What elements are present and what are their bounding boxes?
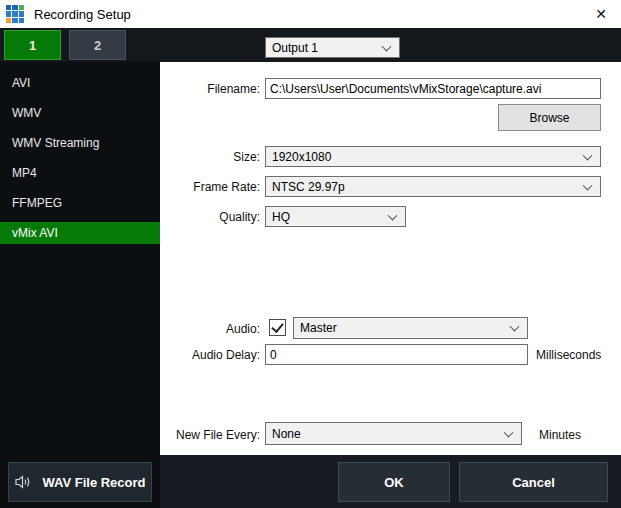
audio-label: Audio:	[160, 322, 260, 336]
minutes-label: Minutes	[539, 428, 581, 442]
sidebar-item-mp4[interactable]: MP4	[0, 162, 160, 184]
sidebar-item-vmix-avi[interactable]: vMix AVI	[0, 222, 160, 244]
chevron-down-icon	[382, 41, 392, 51]
chevron-down-icon	[583, 150, 593, 160]
audio-checkbox[interactable]	[269, 319, 286, 336]
sidebar-item-avi[interactable]: AVI	[0, 72, 160, 94]
ok-button[interactable]: OK	[338, 462, 450, 502]
frame-rate-select-value: NTSC 29.97p	[272, 180, 345, 194]
milliseconds-label: Milliseconds	[536, 348, 601, 362]
filename-label: Filename:	[160, 82, 260, 96]
chevron-down-icon	[388, 210, 398, 220]
output-select-value: Output 1	[272, 41, 318, 55]
speaker-volume-icon	[14, 474, 32, 490]
sidebar-item-wmv-streaming[interactable]: WMV Streaming	[0, 132, 160, 154]
chevron-down-icon	[504, 427, 514, 437]
cancel-button[interactable]: Cancel	[459, 462, 608, 502]
audio-delay-input[interactable]	[265, 344, 528, 365]
quality-select-value: HQ	[272, 210, 290, 224]
new-file-every-select-value: None	[272, 427, 301, 441]
chevron-down-icon	[583, 180, 593, 190]
frame-rate-label: Frame Rate:	[160, 180, 260, 194]
vmix-grid-icon	[6, 5, 24, 23]
new-file-every-label: New File Every:	[160, 428, 260, 442]
quality-label: Quality:	[160, 210, 260, 224]
tab-output-1[interactable]: 1	[4, 30, 61, 60]
size-select-value: 1920x1080	[272, 150, 331, 164]
format-sidebar: AVI WMV WMV Streaming MP4 FFMPEG vMix AV…	[0, 62, 160, 508]
wav-file-record-label: WAV File Record	[42, 475, 145, 490]
new-file-every-select[interactable]: None	[265, 422, 522, 445]
sidebar-item-wmv[interactable]: WMV	[0, 102, 160, 124]
audio-delay-label: Audio Delay:	[160, 348, 260, 362]
size-label: Size:	[160, 150, 260, 164]
output-select[interactable]: Output 1	[265, 37, 400, 58]
title-bar: Recording Setup ✕	[0, 0, 621, 28]
browse-button[interactable]: Browse	[498, 104, 601, 131]
sidebar-item-ffmpeg[interactable]: FFMPEG	[0, 192, 160, 214]
close-icon[interactable]: ✕	[581, 0, 621, 28]
chevron-down-icon	[510, 322, 520, 332]
audio-bus-select[interactable]: Master	[293, 317, 528, 339]
tab-output-2[interactable]: 2	[69, 30, 126, 60]
audio-bus-select-value: Master	[300, 321, 337, 335]
filename-input[interactable]	[265, 78, 601, 99]
frame-rate-select[interactable]: NTSC 29.97p	[265, 176, 601, 197]
window-title: Recording Setup	[34, 7, 131, 22]
wav-file-record-button[interactable]: WAV File Record	[8, 462, 152, 502]
size-select[interactable]: 1920x1080	[265, 146, 601, 167]
quality-select[interactable]: HQ	[265, 206, 406, 227]
